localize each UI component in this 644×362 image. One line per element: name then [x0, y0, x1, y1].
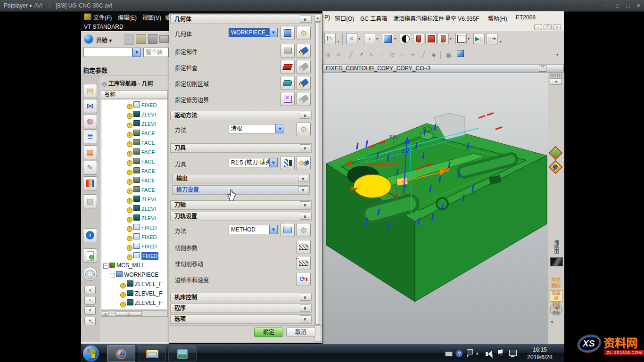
noncutting-moves-button[interactable]: ↔ — [297, 256, 311, 270]
specify-trim-button[interactable]: ✕ — [281, 92, 295, 106]
section-z-icon[interactable] — [438, 33, 449, 44]
part-navigator-tab[interactable]: ◍ — [83, 114, 97, 128]
chinese-layer-button[interactable]: 中文图层 — [550, 277, 562, 289]
start-button[interactable] — [83, 346, 99, 362]
hscroll-thumb[interactable]: ||| — [116, 311, 142, 316]
ok-button[interactable]: 确定 — [254, 328, 283, 337]
section-machine-control[interactable]: 机床控制∨ — [170, 293, 312, 302]
pan-icon[interactable]: ⊕ — [323, 50, 333, 59]
potplayer-menu[interactable]: Potplayer ▾ — [4, 0, 32, 11]
minimize-icon[interactable]: ─ — [603, 0, 612, 11]
expand-icon[interactable]: ∨ — [300, 304, 310, 312]
expand-icon[interactable]: ∨ — [300, 294, 310, 301]
assembly-navigator-tab[interactable]: ▤ — [83, 84, 97, 98]
scroll-top-button[interactable]: ▲̄ — [84, 286, 96, 294]
fullscreen-icon[interactable]: ⛶ — [623, 0, 633, 11]
snap-endpoint-icon[interactable]: ↗ — [356, 50, 366, 59]
maximize-icon[interactable]: □ — [613, 0, 622, 11]
tree-row[interactable]: !FIXED — [127, 223, 168, 232]
diamond-tool-icon[interactable] — [549, 146, 563, 160]
hscroll-left-icon[interactable]: ◄ — [102, 311, 108, 316]
move-layer-icon[interactable]: ▶▯ — [473, 33, 485, 44]
tree-row[interactable]: !FACE — [127, 176, 168, 185]
cutting-params-button[interactable]: → — [297, 240, 311, 254]
sidebar-scroll-left-icon[interactable]: ◄ — [550, 78, 562, 85]
snap-curve-icon[interactable]: ∿ — [367, 50, 376, 59]
thumbnail-image[interactable] — [550, 257, 563, 266]
history-tab[interactable]: 🕒 — [83, 267, 97, 281]
wcs-cube-icon[interactable] — [455, 50, 465, 59]
new-method-button[interactable]: ✦ — [281, 223, 295, 237]
new-tool-button[interactable] — [281, 156, 295, 170]
menu-clipped[interactable]: P) — [324, 14, 330, 21]
check-flashlight-button[interactable] — [297, 60, 311, 74]
name-column-header[interactable]: 名称 — [101, 90, 168, 99]
toolbar-overflow-icon[interactable]: ▾ — [556, 53, 558, 57]
sidebar-drag-handle[interactable] — [550, 74, 562, 77]
library-tab[interactable] — [83, 176, 97, 190]
subsection-output[interactable]: 输出∨ — [172, 174, 310, 183]
section-y-icon[interactable] — [425, 33, 437, 44]
ime-keyboard-icon[interactable] — [445, 352, 453, 356]
section-tool[interactable]: 刀具∧ — [170, 143, 312, 153]
edit-geometry-button[interactable]: ⚙ — [297, 26, 311, 40]
cut-area-flashlight-button[interactable] — [297, 76, 311, 90]
section-drive-method[interactable]: 驱动方法∧ — [170, 111, 312, 120]
dropdown-icon[interactable]: ▾ — [450, 37, 452, 41]
section-geometry[interactable]: 几何体∧ — [170, 15, 312, 24]
cancel-button[interactable]: 取消 — [286, 328, 315, 337]
snap-point-icon[interactable]: + — [408, 50, 418, 59]
geometry-combo[interactable]: WORKPIECE_1 — [229, 28, 269, 37]
dropdown-icon[interactable]: ▾ — [500, 40, 502, 44]
operation-navigator-tab-active[interactable]: ≣ — [83, 129, 97, 143]
volume-icon[interactable]: ) — [486, 351, 493, 359]
geometry-combo-arrow-icon[interactable]: ▼ — [269, 28, 278, 37]
tree-row[interactable]: !FACE — [127, 186, 168, 195]
new-geometry-button[interactable]: ✦ — [281, 26, 295, 40]
menu-window[interactable]: 窗口(O) — [335, 14, 354, 22]
show-hidden-icons[interactable]: ▴ — [476, 351, 479, 355]
snap-face-icon[interactable]: ◆ — [429, 50, 438, 59]
collapse-icon[interactable]: ∧ — [300, 112, 310, 119]
action-center-flag-icon[interactable]: ✕ — [498, 350, 504, 356]
sidebar-arrow-icon[interactable]: ◄ — [550, 320, 554, 324]
mdi-restore-icon[interactable]: ❐ — [544, 24, 552, 30]
expand-icon[interactable]: ∨ — [298, 175, 308, 182]
section-program[interactable]: 程序∨ — [170, 304, 312, 313]
tree-row[interactable]: !FACE — [127, 157, 168, 166]
dialog-scrollbar[interactable]: ▲ — [314, 15, 321, 342]
overflow-icon[interactable]: ▾ — [338, 40, 339, 44]
tree-row-selected[interactable]: !FIXED — [127, 252, 168, 261]
open-file-icon[interactable] — [136, 34, 146, 44]
collapse-icon[interactable]: ∧ — [300, 213, 310, 220]
tree-row[interactable]: !FIXED — [127, 101, 168, 110]
shaded-edges-icon[interactable]: ◗ — [364, 33, 375, 44]
mdi-close-icon[interactable]: ✕ — [553, 24, 561, 30]
collapse-box-icon[interactable]: − — [110, 273, 115, 278]
menu-help[interactable]: 帮助(H) — [488, 14, 507, 22]
edit-tool-button[interactable]: ⚙ — [297, 156, 311, 170]
mdi-minimize-icon[interactable]: − — [534, 24, 542, 30]
viewport-title-bar[interactable]: FIXED_CONTOUR_COPY_COPY_CO~3 ❐ — [322, 64, 564, 73]
network-icon[interactable] — [509, 350, 517, 356]
menu-mold-standard[interactable]: 潇洒模具汽模标准件 — [393, 14, 444, 22]
dropdown-icon[interactable]: ▾ — [468, 37, 470, 41]
notes-tab[interactable]: ✎ — [83, 161, 97, 175]
tree-row[interactable]: !FIXED — [127, 233, 168, 242]
dropdown-icon[interactable]: ▾ — [376, 37, 378, 41]
part-flashlight-button[interactable] — [297, 44, 311, 58]
path-method-combo[interactable]: METHOD — [229, 225, 269, 234]
snap-arrow-icon[interactable]: ↑ — [377, 50, 387, 59]
machine-tool-view-tab[interactable]: ▦ — [83, 145, 97, 159]
taskbar-app-nx[interactable] — [107, 345, 135, 362]
scrollbar-up-icon[interactable]: ▲ — [315, 15, 321, 22]
path-method-arrow-icon[interactable]: ▼ — [269, 225, 278, 234]
menu-gc-toolbox[interactable]: GC 工具箱 — [360, 14, 387, 22]
clock[interactable]: 16:15 2019/6/28 — [523, 346, 556, 361]
tree-row-mcs[interactable]: −MCS_MILL — [103, 261, 168, 270]
tray-caret-icon[interactable]: ▾ — [467, 354, 469, 358]
tool-combo-arrow-icon[interactable]: ▼ — [269, 158, 278, 167]
rotate-icon[interactable]: ↻ — [334, 50, 343, 59]
scroll-down-button[interactable]: ▼ — [84, 306, 96, 315]
menu-xingkong[interactable]: 星空 V6.935F — [445, 14, 479, 22]
